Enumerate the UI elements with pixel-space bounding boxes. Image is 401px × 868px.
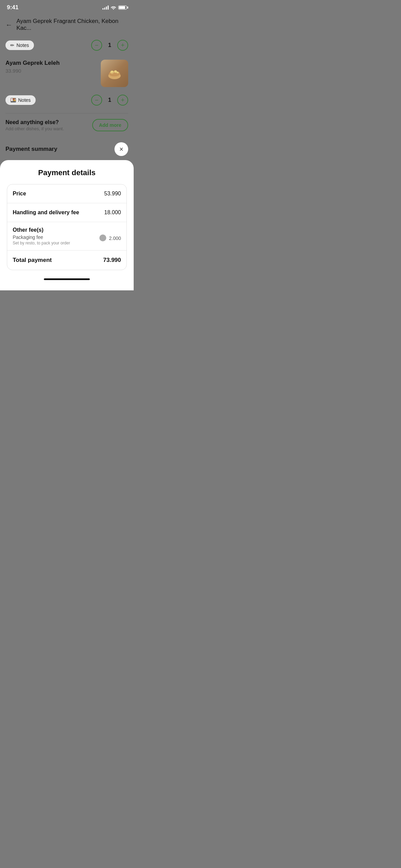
status-icons: [102, 5, 127, 10]
notes-button-1[interactable]: ✏ Notes: [5, 40, 34, 50]
home-bar: [44, 278, 90, 280]
status-time: 9:41: [7, 4, 19, 11]
svg-point-5: [110, 72, 119, 76]
total-label: Total payment: [13, 257, 52, 264]
item-2-price: 33.990: [5, 68, 97, 74]
notes-label-1: Notes: [16, 43, 29, 48]
notes-icon-2: 🍱: [10, 97, 16, 103]
close-icon: ×: [119, 145, 123, 153]
other-fee-title: Other fee(s): [13, 227, 121, 233]
add-more-description: Add other dishes, if you want.: [5, 126, 64, 131]
fee-desc: Set by resto, to pack your order: [13, 241, 97, 245]
item-2-image-placeholder: [101, 60, 128, 87]
qty-plus-2[interactable]: +: [117, 95, 128, 106]
fee-name: Packaging fee: [13, 234, 97, 240]
notes-button-2[interactable]: 🍱 Notes: [5, 95, 36, 105]
other-fee-section: Other fee(s) Packaging fee Set by resto,…: [7, 222, 126, 251]
item-2-text: Ayam Geprek Leleh 33.990: [5, 60, 97, 74]
price-row: Price 53.990: [7, 184, 126, 203]
payment-card: Price 53.990 Handling and delivery fee 1…: [7, 184, 127, 270]
payment-summary-title: Payment summary: [5, 146, 57, 153]
home-indicator: [7, 276, 127, 284]
total-value: 73.990: [103, 257, 121, 264]
item-2-name: Ayam Geprek Leleh: [5, 60, 97, 67]
add-more-section: Need anything else? Add other dishes, if…: [0, 113, 134, 137]
qty-number-2: 1: [107, 97, 112, 103]
info-dot-icon: [99, 234, 106, 241]
qty-minus-1[interactable]: −: [91, 40, 102, 51]
delivery-fee-value: 18.000: [104, 209, 121, 216]
qty-control-1: − 1 +: [91, 40, 128, 51]
add-more-text: Need anything else? Add other dishes, if…: [5, 119, 64, 131]
notes-icon-1: ✏: [10, 43, 14, 48]
payment-details-title: Payment details: [7, 168, 127, 177]
bottom-sheet: Payment details Price 53.990 Handling an…: [0, 160, 134, 290]
total-row: Total payment 73.990: [7, 251, 126, 270]
item-2-image: [101, 60, 128, 87]
notes-label-2: Notes: [18, 97, 31, 103]
battery-icon: [118, 5, 127, 10]
qty-plus-1[interactable]: +: [117, 40, 128, 51]
item-1-section: ✏ Notes − 1 +: [0, 36, 134, 58]
price-label: Price: [13, 191, 26, 197]
item-2-controls: 🍱 Notes − 1 +: [5, 95, 128, 106]
header: ← Ayam Geprek Fragrant Chicken, Kebon Ka…: [0, 14, 134, 36]
item-1-controls: ✏ Notes − 1 +: [5, 40, 128, 51]
item-2-section: 🍱 Notes − 1 +: [0, 91, 134, 113]
status-bar: 9:41: [0, 0, 134, 14]
delivery-fee-row: Handling and delivery fee 18.000: [7, 203, 126, 222]
other-fee-details: Packaging fee Set by resto, to pack your…: [13, 234, 97, 245]
qty-control-2: − 1 +: [91, 95, 128, 106]
add-more-question: Need anything else?: [5, 119, 64, 125]
header-title: Ayam Geprek Fragrant Chicken, Kebon Kac.…: [16, 18, 128, 32]
signal-icon: [102, 5, 109, 10]
qty-number-1: 1: [107, 42, 112, 48]
close-button[interactable]: ×: [114, 142, 128, 156]
payment-summary-header: Payment summary ×: [0, 137, 134, 160]
other-fee-row: Packaging fee Set by resto, to pack your…: [13, 234, 121, 245]
wifi-icon: [111, 5, 116, 10]
item-2-info: Ayam Geprek Leleh 33.990: [0, 58, 134, 91]
add-more-button[interactable]: Add more: [92, 119, 128, 131]
fee-amount: 2.000: [109, 235, 121, 241]
price-value: 53.990: [104, 191, 121, 197]
back-button[interactable]: ←: [5, 21, 12, 29]
delivery-fee-label: Handling and delivery fee: [13, 209, 79, 216]
qty-minus-2[interactable]: −: [91, 95, 102, 106]
